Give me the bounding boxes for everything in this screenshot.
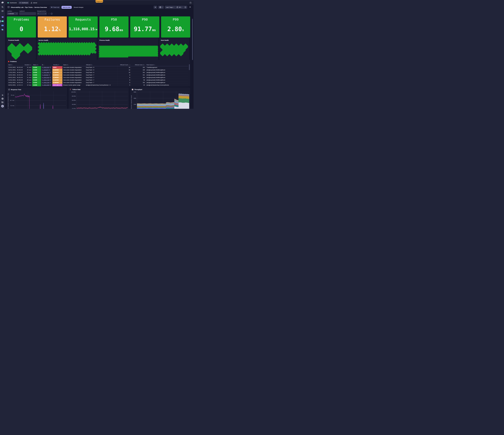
- nav-upload[interactable]: Upload: [30, 1, 38, 4]
- sort-icon[interactable]: [37, 64, 38, 65]
- sidebar-item-dashboards-icon[interactable]: [0, 20, 5, 23]
- column-menu-chevron-icon[interactable]: [130, 64, 130, 65]
- analytics-chart-icon[interactable]: [0, 101, 5, 103]
- search-icon[interactable]: [0, 6, 5, 8]
- kpi-tile-requests[interactable]: Requests1,316,008.15/m: [69, 17, 98, 38]
- problem-id-link[interactable]: P-25011150↗: [42, 79, 51, 81]
- sidebar-item-clouds-icon[interactable]: [0, 16, 5, 18]
- kpi-tile-problems[interactable]: Problems0: [7, 17, 36, 38]
- logstatus-select[interactable]: 2 selected: [7, 12, 18, 15]
- managementzone-select[interactable]: *: [37, 12, 47, 15]
- column-menu-chevron-icon[interactable]: [68, 64, 69, 65]
- cell-severity: SLOWDOWN: [52, 79, 63, 81]
- table-row[interactable]: 19/01/2025, 04:05:0031 minCLOSEDP-250194…: [8, 74, 188, 76]
- table-row[interactable]: 18/01/2025, 04:06:0029 minCLOSEDP-250187…: [8, 69, 188, 71]
- failure-rate-chart: 100.00%80.00%60.00%40.00%20.00%: [69, 87, 129, 109]
- cell-duration: 29 min: [23, 69, 32, 71]
- expand-sidebar-icon[interactable]: [0, 94, 5, 96]
- info-icon[interactable]: i: [51, 13, 53, 15]
- sort-icon[interactable]: [67, 64, 68, 65]
- sort-desc-icon[interactable]: ↓: [128, 64, 129, 65]
- problem-id-link[interactable]: P-25011040↗: [42, 84, 51, 86]
- problem-id-link[interactable]: P-2501944↗: [42, 74, 50, 76]
- problem-id-link[interactable]: P-25011083↗: [42, 72, 51, 73]
- cell-affected_users: 102: [131, 71, 146, 74]
- discard-changes-button[interactable]: Discard changes: [72, 6, 85, 9]
- auto-refresh-selector[interactable]: Off: [175, 6, 183, 9]
- table-scrollbar-thumb[interactable]: [189, 64, 190, 70]
- column-menu-chevron-icon[interactable]: [44, 64, 44, 65]
- column-header-affected_count[interactable]: Affected Count↓: [117, 64, 131, 66]
- kpi-tile-failures[interactable]: Failures1.12%: [38, 17, 67, 38]
- svg-text:100.00%: 100.00%: [71, 91, 76, 93]
- table-row[interactable]: 23/01/2025, 04:03:0032 minCLOSEDP-250112…: [8, 66, 188, 69]
- sort-icon[interactable]: [30, 64, 30, 65]
- nav-dashboards[interactable]: Dashboards: [6, 1, 18, 4]
- problem-id-link[interactable]: P-2501879↗: [42, 69, 50, 71]
- problems-panel: Problems StartDurationStatusIDSeverityNa…: [7, 60, 190, 87]
- kpi-tile-p50[interactable]: P509.68ms: [99, 17, 128, 38]
- column-menu-chevron-icon[interactable]: [59, 64, 60, 65]
- column-menu-chevron-icon[interactable]: [31, 64, 31, 65]
- column-menu-chevron-icon[interactable]: [92, 64, 93, 65]
- column-menu-chevron-icon[interactable]: [144, 64, 145, 65]
- snippets-menu-button[interactable]: [158, 6, 164, 9]
- sidebar-item-workflows-icon[interactable]: [0, 24, 5, 27]
- help-icon[interactable]: ?: [189, 2, 191, 4]
- apps-grid-icon[interactable]: [0, 10, 5, 12]
- problem-id-link[interactable]: P-25011018↗: [42, 77, 51, 78]
- sort-icon[interactable]: [153, 64, 154, 65]
- column-header-root_cause[interactable]: Root Cause: [146, 64, 188, 66]
- sidebar-divider: [1, 14, 4, 14]
- problem-id-link[interactable]: P-25011202↗: [42, 67, 51, 68]
- column-header-affected[interactable]: Affected: [85, 64, 117, 66]
- column-menu-chevron-icon[interactable]: [154, 64, 155, 65]
- add-tile-button[interactable]: [153, 6, 157, 9]
- sort-icon[interactable]: [58, 64, 59, 65]
- column-header-start[interactable]: Start: [8, 64, 23, 66]
- tab-dashboard[interactable]: Dashboard: [18, 1, 29, 4]
- column-header-duration[interactable]: Duration: [23, 64, 32, 66]
- read-only-label: Read only: [53, 7, 59, 8]
- chevron-down-icon: [181, 7, 182, 8]
- column-header-affected_users[interactable]: Affected Users: [131, 64, 146, 66]
- dynatrace-logo-icon[interactable]: [0, 1, 5, 4]
- hexagon-tile[interactable]: [24, 44, 32, 53]
- time-range-selector[interactable]: Last 7 days: [165, 6, 175, 9]
- problems-title: Problems: [10, 61, 17, 62]
- filter-menu-kebab-icon[interactable]: ⋮: [48, 13, 50, 15]
- refresh-button[interactable]: [183, 6, 187, 9]
- table-row[interactable]: 20/01/2025, 12:52:1313 minCLOSEDP-250110…: [8, 84, 188, 87]
- sort-icon[interactable]: [11, 64, 12, 65]
- kpi-tile-p99[interactable]: P992.80s: [161, 17, 190, 38]
- page-scrollbar-thumb[interactable]: [192, 19, 193, 60]
- table-row[interactable]: 20/01/2025, 04:05:0031 minCLOSEDP-250110…: [8, 76, 188, 79]
- sidebar-item-notebooks-icon[interactable]: [0, 28, 5, 31]
- sort-icon[interactable]: [143, 64, 144, 65]
- table-row[interactable]: 24/01/2025, 04:05:0031 minCLOSEDP-250112…: [8, 81, 188, 84]
- board-icon[interactable]: [8, 6, 9, 8]
- column-menu-chevron-icon[interactable]: [12, 64, 13, 65]
- line-chart-icon: [132, 89, 133, 90]
- logsearch-input[interactable]: [19, 12, 36, 15]
- badge-error: ERROR: [52, 66, 63, 69]
- column-menu-chevron-icon[interactable]: [38, 64, 39, 65]
- column-header-id[interactable]: ID: [41, 64, 52, 66]
- help-lifebuoy-icon[interactable]: [0, 97, 5, 100]
- read-only-badge[interactable]: Read only: [50, 6, 61, 9]
- response-time-chart: 25 min16.7 min8.3 minService request res…: [7, 87, 67, 109]
- column-header-severity[interactable]: Severity: [52, 64, 63, 66]
- problem-id-link[interactable]: P-25011256↗: [42, 82, 51, 83]
- kpi-tile-p90[interactable]: P9091.77ms: [130, 17, 159, 38]
- user-avatar[interactable]: M: [0, 105, 5, 108]
- throughput-panel: Throughput 600k400k200kService request c…: [130, 87, 190, 109]
- table-row[interactable]: 21/01/2025, 04:06:0030 minCLOSEDP-250110…: [8, 71, 188, 74]
- column-header-name[interactable]: Name: [63, 64, 85, 66]
- cell-affected_count: 10: [117, 69, 131, 71]
- table-row[interactable]: 22/01/2025, 04:06:0030 minCLOSEDP-250111…: [8, 79, 188, 81]
- cell-name: User action duration degradation: [63, 74, 85, 76]
- sort-icon[interactable]: [91, 64, 91, 65]
- settings-gear-icon[interactable]: [189, 6, 191, 9]
- save-as-new-button[interactable]: Save as new: [62, 6, 72, 9]
- column-header-status[interactable]: Status: [32, 64, 41, 66]
